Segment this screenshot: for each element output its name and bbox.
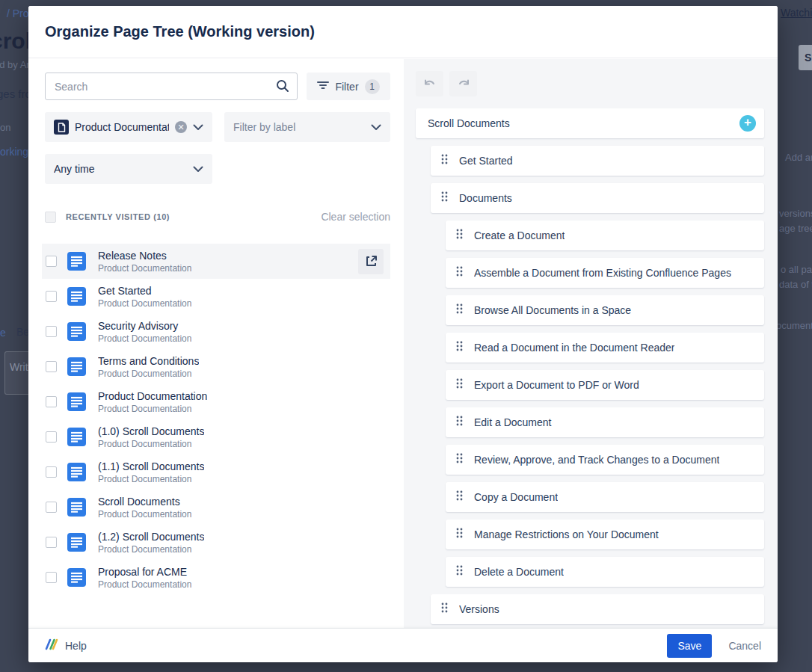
drag-handle-icon[interactable] [456, 378, 463, 392]
drag-handle-icon[interactable] [456, 528, 463, 541]
page-space: Product Documentation [98, 543, 204, 555]
page-title: Product Documentation [98, 389, 207, 403]
tree-item-label: Review, Approve, and Track Changes to a … [474, 454, 719, 466]
page-icon [67, 463, 86, 481]
drag-handle-icon[interactable] [456, 266, 463, 280]
bg-text-fragment: ocument [776, 320, 812, 331]
row-checkbox[interactable] [46, 396, 57, 407]
tree-item[interactable]: Get Started [431, 146, 764, 176]
drag-handle-icon[interactable] [441, 191, 448, 205]
cancel-button[interactable]: Cancel [728, 640, 761, 652]
list-item[interactable]: Scroll Documents Product Documentation [42, 490, 390, 525]
row-checkbox[interactable] [46, 466, 57, 478]
drag-handle-icon[interactable] [456, 490, 463, 504]
drag-handle-icon[interactable] [441, 602, 448, 616]
bg-breadcrumb: / Pro [7, 7, 29, 19]
bg-text-fragment: versions [779, 208, 812, 219]
help-link[interactable]: Help [45, 638, 87, 653]
list-item[interactable]: Terms and Conditions Product Documentati… [42, 349, 390, 384]
tree-item[interactable]: Read a Document in the Document Reader [446, 333, 764, 363]
row-checkbox[interactable] [46, 502, 57, 513]
drag-handle-icon[interactable] [456, 453, 463, 466]
list-item[interactable]: (1.1) Scroll Documents Product Documenta… [42, 454, 390, 490]
row-checkbox[interactable] [46, 326, 57, 337]
tree-item-label: Assemble a Document from Existing Conflu… [474, 267, 731, 279]
clear-space-filter-icon[interactable]: ✕ [175, 121, 187, 133]
tree-panel: Scroll Documents + Get Started Documents… [404, 59, 778, 628]
chevron-down-icon [193, 162, 203, 176]
tree-item[interactable]: Documents [431, 183, 764, 213]
list-item[interactable]: Release Notes Product Documentation [42, 244, 390, 279]
results-header: RECENTLY VISITED (10) Clear selection [45, 211, 390, 223]
drag-handle-icon[interactable] [441, 154, 448, 167]
tree-item[interactable]: Delete a Document [446, 557, 764, 587]
row-checkbox[interactable] [46, 291, 57, 302]
tree-item-label: Manage Restrictions on Your Document [474, 528, 659, 540]
search-icon [275, 78, 290, 96]
select-all-checkbox[interactable] [45, 212, 56, 223]
drag-handle-icon[interactable] [456, 416, 463, 429]
tree-item-label: Export a Document to PDF or Word [474, 379, 639, 391]
row-checkbox[interactable] [46, 361, 57, 372]
tree-item[interactable]: Copy a Document [446, 482, 764, 512]
tree-item-label: Create a Document [474, 229, 565, 241]
results-section-label: RECENTLY VISITED (10) [66, 212, 170, 221]
save-button[interactable]: Save [667, 634, 712, 658]
page-icon [67, 252, 86, 271]
tree-item-label: Copy a Document [474, 491, 558, 503]
page-space: Product Documentation [98, 438, 204, 450]
page-tree: Get Started Documents Create a Document … [416, 146, 764, 624]
search-input[interactable] [45, 73, 298, 100]
add-page-button[interactable]: + [739, 115, 756, 132]
list-item[interactable]: Product Documentation Product Documentat… [42, 384, 390, 419]
list-item[interactable]: Security Advisory Product Documentation [42, 314, 390, 349]
tree-item[interactable]: Export a Document to PDF or Word [446, 370, 764, 400]
bg-text-fragment: orking [0, 146, 28, 158]
page-icon [67, 533, 86, 552]
list-item[interactable]: Proposal for ACME Product Documentation [42, 560, 390, 595]
tree-item[interactable]: Review, Approve, and Track Changes to a … [446, 445, 764, 475]
drag-handle-icon[interactable] [456, 341, 463, 354]
space-filter-dropdown[interactable]: Product Documentat ✕ [45, 112, 212, 142]
time-filter-value: Any time [54, 163, 187, 175]
label-filter-dropdown[interactable]: Filter by label [224, 112, 390, 142]
page-icon [67, 322, 86, 341]
undo-button[interactable] [416, 71, 443, 96]
drag-handle-icon[interactable] [456, 565, 463, 579]
redo-button[interactable] [449, 71, 477, 96]
row-checkbox[interactable] [46, 572, 57, 583]
tree-item[interactable]: Manage Restrictions on Your Document [446, 520, 764, 549]
bg-byline: ed by An [0, 59, 32, 70]
chevron-down-icon [371, 120, 381, 134]
list-item[interactable]: (1.2) Scroll Documents Product Documenta… [42, 525, 390, 560]
page-title: Scroll Documents [98, 495, 191, 508]
page-title: (1.2) Scroll Documents [98, 530, 204, 543]
page-icon [67, 498, 86, 517]
row-checkbox[interactable] [46, 431, 57, 443]
page-title: Terms and Conditions [98, 354, 199, 368]
open-page-button[interactable] [358, 249, 384, 274]
page-space: Product Documentation [98, 333, 191, 345]
filter-button[interactable]: Filter 1 [307, 73, 390, 100]
page-space: Product Documentation [98, 262, 191, 274]
search-panel: Filter 1 Product Documentat ✕ [28, 59, 404, 628]
tree-item[interactable]: Edit a Document [446, 407, 764, 437]
tree-item[interactable]: Assemble a Document from Existing Conflu… [446, 258, 764, 288]
tree-item[interactable]: Versions [431, 594, 764, 624]
tree-item[interactable]: Create a Document [446, 221, 764, 250]
page-icon [67, 287, 86, 306]
list-item[interactable]: Get Started Product Documentation [42, 279, 390, 314]
page-icon [67, 428, 86, 446]
bg-watch-link: Watchi [781, 7, 812, 19]
drag-handle-icon[interactable] [456, 303, 463, 317]
tree-root-row[interactable]: Scroll Documents + [416, 108, 764, 138]
row-checkbox[interactable] [46, 537, 57, 548]
drag-handle-icon[interactable] [456, 229, 463, 242]
filter-label: Filter [335, 81, 358, 93]
tree-item[interactable]: Browse All Documents in a Space [446, 295, 764, 325]
page-title: Security Advisory [98, 319, 191, 333]
time-filter-dropdown[interactable]: Any time [45, 154, 212, 184]
row-checkbox[interactable] [46, 256, 57, 267]
clear-selection-link[interactable]: Clear selection [321, 211, 390, 223]
list-item[interactable]: (1.0) Scroll Documents Product Documenta… [42, 419, 390, 454]
